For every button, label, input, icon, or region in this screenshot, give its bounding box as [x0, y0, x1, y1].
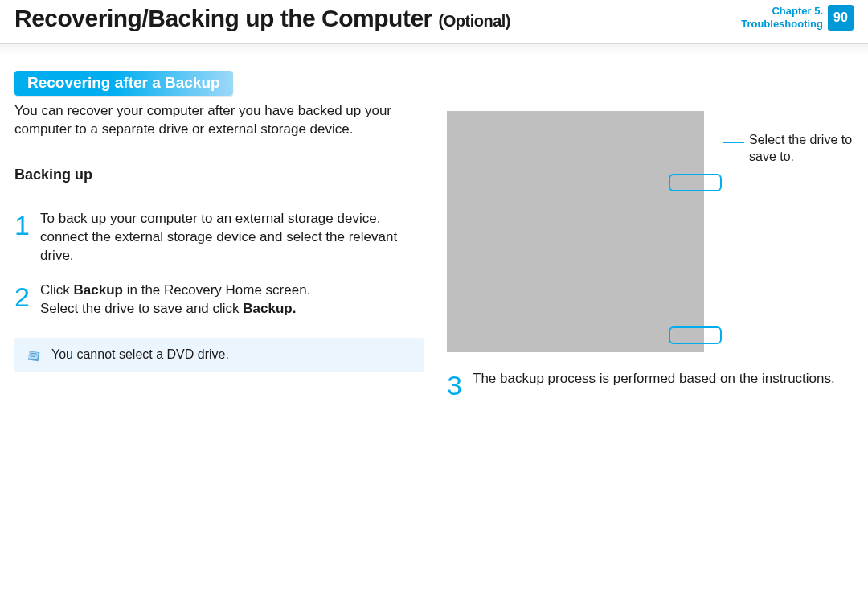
title-subtitle: (Optional): [439, 12, 510, 30]
chapter-section: Troubleshooting: [741, 18, 823, 31]
chapter-label: Chapter 5.: [741, 5, 823, 18]
step-text: To back up your computer to an external …: [40, 210, 424, 265]
title-main: Recovering/Backing up the Computer: [14, 5, 432, 31]
note-box: You cannot select a DVD drive.: [14, 338, 424, 372]
callout-connector: [723, 142, 744, 143]
step-number: 3: [447, 370, 473, 399]
step2-text-a: Click: [40, 282, 74, 298]
intro-text: You can recover your computer after you …: [14, 102, 424, 139]
note-text: You cannot select a DVD drive.: [51, 347, 229, 362]
header-divider: [0, 43, 868, 55]
chapter-info: Chapter 5. Troubleshooting: [741, 5, 823, 31]
callout-label: Select the drive to save to.: [749, 132, 868, 166]
page-number: 90: [828, 5, 854, 31]
step-2: 2 Click Backup in the Recovery Home scre…: [14, 281, 424, 318]
header-meta: Chapter 5. Troubleshooting 90: [741, 5, 854, 31]
step2-bold-a: Backup: [74, 282, 123, 298]
step2-line2-bold: Backup.: [243, 301, 296, 316]
step-number: 2: [14, 281, 40, 318]
callout-highlight-1: [669, 174, 722, 191]
step-1: 1 To back up your computer to an externa…: [14, 210, 424, 265]
callout-highlight-2: [669, 326, 722, 344]
step-text: The backup process is performed based on…: [473, 370, 865, 399]
step2-line2-a: Select the drive to save and click: [40, 301, 243, 316]
sub-heading: Backing up: [14, 166, 424, 187]
step-text: Click Backup in the Recovery Home screen…: [40, 281, 424, 318]
step-number: 1: [14, 210, 40, 265]
page-title: Recovering/Backing up the Computer (Opti…: [14, 5, 510, 31]
section-heading: Recovering after a Backup: [14, 71, 233, 96]
step2-text-b: in the Recovery Home screen.: [123, 282, 310, 298]
screenshot-placeholder: [447, 111, 704, 352]
note-icon: [26, 346, 43, 363]
step-3: 3 The backup process is performed based …: [447, 370, 865, 399]
